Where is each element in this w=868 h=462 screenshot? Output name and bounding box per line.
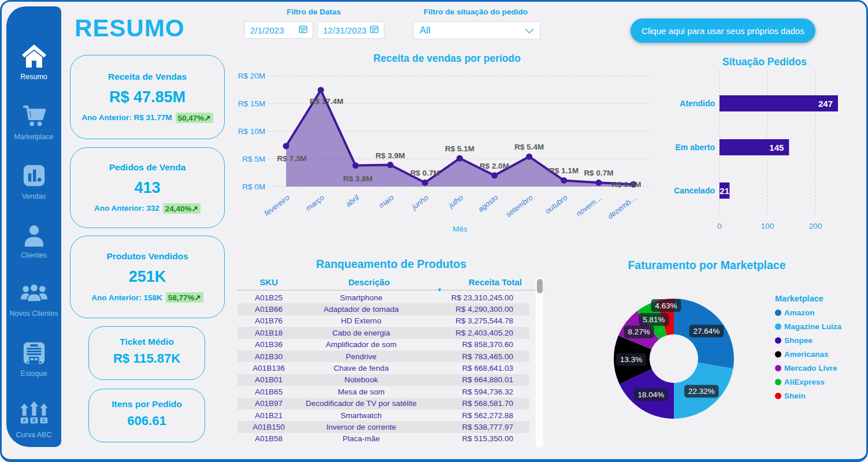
table-row[interactable]: A01B21SmartwatchR$ 562,272.88 <box>238 409 529 421</box>
date-end-value: 12/31/2023 <box>323 25 366 35</box>
cell-description: Pendrive <box>300 352 422 361</box>
table-row[interactable]: A01B66Adaptador de tomadaR$ 4,290,300.00 <box>238 303 529 315</box>
column-header-3[interactable]: Receita Total <box>438 277 545 287</box>
sidebar-item-curva-abc[interactable]: ABCCurva ABC <box>8 400 60 439</box>
date-start-input[interactable]: 2/1/2023 <box>244 21 313 39</box>
legend-item-shein[interactable]: Shein <box>775 392 841 400</box>
table-row[interactable]: A01B58Placa-mãeR$ 515,350.00 <box>238 433 529 445</box>
data-point[interactable] <box>422 180 428 186</box>
kpi-title: Ticket Médio <box>120 337 174 347</box>
y-axis-label: R$ 20M <box>238 72 265 80</box>
cell-revenue: R$ 538,777.97 <box>422 423 529 431</box>
data-label: R$ 7.3M <box>277 154 306 163</box>
x-axis-label: maio <box>377 193 396 210</box>
x-axis-label: outubro <box>543 193 569 215</box>
column-header-2[interactable]: Descrição <box>300 277 438 287</box>
data-point[interactable] <box>457 155 463 162</box>
abc-arrows-icon: ABC <box>19 400 49 429</box>
donut-percentage-label: 22.32% <box>688 387 715 396</box>
table-row[interactable]: A01B25SmartphoneR$ 23,310,245.00 <box>238 292 529 303</box>
bar-chart-icon <box>21 163 47 191</box>
sort-descending-icon[interactable]: ▼ <box>437 287 442 293</box>
sidebar: ResumoMarketplaceVendasClientesNovos Cli… <box>6 6 61 447</box>
revenue-line-chart: R$ 0MR$ 5MR$ 10MR$ 15MR$ 20MR$ 7.3MR$ 17… <box>232 59 662 239</box>
sidebar-item-vendas[interactable]: Vendas <box>8 163 60 200</box>
data-label: R$ 0.4M <box>611 180 641 189</box>
cell-sku: A01B136 <box>238 364 300 372</box>
cell-revenue: R$ 2,403,405.20 <box>422 329 529 337</box>
data-point[interactable] <box>318 87 324 93</box>
table-row[interactable]: A01B30PendriveR$ 783,465.00 <box>238 351 529 362</box>
sidebar-item-estoque[interactable]: Estoque <box>8 340 60 378</box>
data-label: R$ 3.9M <box>376 151 405 160</box>
cell-revenue: R$ 668,641.03 <box>422 364 529 372</box>
use-own-data-button[interactable]: Clique aqui para usar seus próprios dado… <box>630 18 815 43</box>
x-axis-title: Mês <box>452 225 468 233</box>
x-axis-label: agosto <box>476 193 499 213</box>
kpi-title: Produtos Vendidos <box>106 251 188 262</box>
table-row[interactable]: A01B97Decodificador de TV por satéliteR$… <box>238 398 529 409</box>
cell-description: Notebook <box>300 375 422 384</box>
status-filter-dropdown[interactable]: All <box>413 21 540 39</box>
sidebar-item-novos-clientes[interactable]: Novos Clientes <box>8 281 60 318</box>
kpi-previous-year: Ano Anterior: 158K58,77%↗ <box>91 292 203 303</box>
scrollbar-thumb[interactable] <box>537 279 543 293</box>
legend-label: Americanas <box>784 350 829 359</box>
x-axis-label: setembro <box>504 193 534 219</box>
legend-label: Shein <box>784 392 806 400</box>
table-row[interactable]: A01B36Amplificador de somR$ 858,370.60 <box>238 339 529 351</box>
data-label: R$ 3.8M <box>343 174 373 183</box>
kpi-value: R$ 47.85M <box>109 88 186 106</box>
cell-sku: A01B150 <box>238 423 300 431</box>
sidebar-item-label: Resumo <box>20 73 47 81</box>
legend-item-shopee[interactable]: Shopee <box>775 336 841 345</box>
column-header-1[interactable]: SKU <box>238 277 300 287</box>
warehouse-icon <box>21 340 47 368</box>
table-row[interactable]: A01B76HD ExternoR$ 3,275,544.78 <box>238 315 529 327</box>
legend-label: Mercado Livre <box>784 364 837 372</box>
table-row[interactable]: A01B150Inversor de correnteR$ 538,777.97 <box>238 421 529 433</box>
legend-color-dot <box>775 323 781 330</box>
cell-sku: A01B01 <box>238 375 300 384</box>
sidebar-item-label: Marketplace <box>14 133 53 141</box>
data-point[interactable] <box>561 177 567 184</box>
bar-value-label: 247 <box>818 99 833 109</box>
legend-item-mercado-livre[interactable]: Mercado Livre <box>775 364 841 372</box>
people-icon <box>20 281 49 308</box>
x-axis-label: dezemb… <box>606 193 638 221</box>
x-axis-tick: 200 <box>809 222 822 230</box>
table-row[interactable]: A01B18Cabo de energiaR$ 2,403,405.20 <box>238 327 529 338</box>
table-row[interactable]: A01B65Mesa de somR$ 594,736.32 <box>238 386 529 397</box>
date-end-input[interactable]: 12/31/2023 <box>317 21 384 39</box>
table-row[interactable]: A01B136Chave de fendaR$ 668,641.03 <box>238 362 529 374</box>
data-point[interactable] <box>387 162 394 168</box>
legend-item-amazon[interactable]: Amazon <box>775 308 841 317</box>
data-point[interactable] <box>353 162 359 169</box>
sidebar-item-label: Novos Clientes <box>9 310 58 318</box>
data-point[interactable] <box>526 154 532 160</box>
legend-item-aliexpress[interactable]: AliExpress <box>775 378 841 386</box>
kpi-value: 251K <box>129 268 166 286</box>
sidebar-item-clientes[interactable]: Clientes <box>8 223 60 259</box>
data-point[interactable] <box>491 172 498 178</box>
x-axis-label: fevereiro <box>262 193 291 217</box>
x-axis-tick: 0 <box>717 222 722 230</box>
x-axis-label: julho <box>446 193 465 210</box>
x-axis-tick: 100 <box>761 222 774 230</box>
chevron-down-icon <box>525 25 534 36</box>
table-row[interactable]: A01B01NotebookR$ 664,880.01 <box>238 374 529 386</box>
y-axis-label: R$ 10M <box>238 127 265 136</box>
donut-percentage-label: 13.3% <box>620 355 642 364</box>
legend-item-americanas[interactable]: Americanas <box>775 350 841 359</box>
table-scrollbar[interactable] <box>536 277 543 448</box>
legend-item-magazine-luiza[interactable]: Magazine Luiza <box>775 322 841 331</box>
sidebar-item-marketplace[interactable]: Marketplace <box>8 103 60 141</box>
status-filter-value: All <box>420 25 431 36</box>
data-point[interactable] <box>595 180 602 186</box>
cell-sku: A01B58 <box>238 434 300 443</box>
sidebar-item-resumo[interactable]: Resumo <box>8 43 60 81</box>
kpi-value: 413 <box>134 179 160 197</box>
data-point[interactable] <box>283 143 290 149</box>
donut-percentage-label: 27.64% <box>693 327 720 336</box>
cell-revenue: R$ 664,880.01 <box>422 375 529 384</box>
